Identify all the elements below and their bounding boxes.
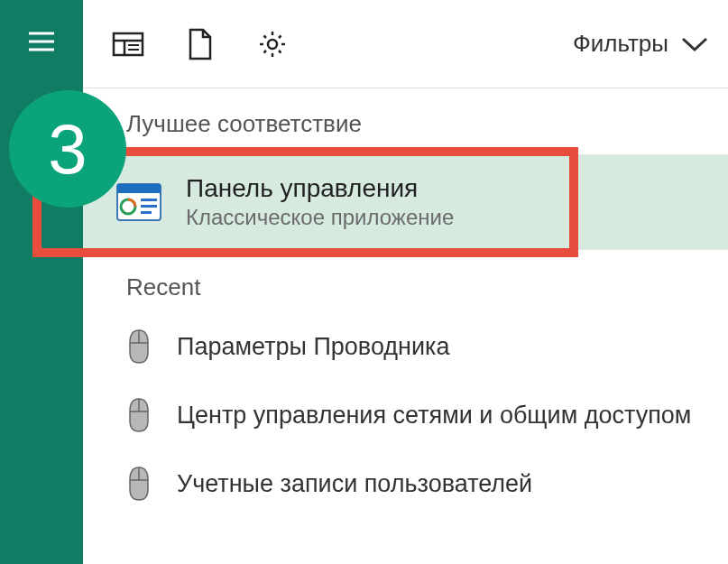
hamburger-icon — [25, 25, 58, 58]
apps-icon — [112, 30, 144, 59]
svg-rect-10 — [117, 184, 161, 193]
recent-item[interactable]: Учетные записи пользователей — [83, 449, 728, 518]
control-panel-icon — [115, 179, 162, 226]
sidebar — [0, 0, 83, 564]
apps-filter-button[interactable] — [92, 0, 164, 88]
search-results-window: Фильтры Лучшее соответствие — [0, 0, 728, 564]
filters-dropdown[interactable]: Фильтры — [573, 30, 710, 58]
svg-rect-12 — [141, 199, 157, 201]
best-match-item[interactable]: Панель управления Классическое приложени… — [83, 154, 728, 250]
recent-list: Параметры Проводника Центр управления се… — [83, 312, 728, 518]
recent-item-label: Центр управления сетями и общим доступом — [177, 399, 691, 431]
documents-filter-button[interactable] — [164, 0, 236, 88]
recent-item[interactable]: Параметры Проводника — [83, 312, 728, 381]
toolbar: Фильтры — [83, 0, 728, 88]
svg-point-8 — [268, 40, 277, 49]
best-match-subtitle: Классическое приложение — [186, 205, 454, 230]
svg-rect-13 — [141, 205, 157, 208]
recent-item-label: Параметры Проводника — [177, 330, 450, 363]
best-match-header: Лучшее соответствие — [83, 88, 728, 154]
hamburger-button[interactable] — [0, 0, 83, 83]
recent-item[interactable]: Центр управления сетями и общим доступом — [83, 381, 728, 449]
recent-header: Recent — [83, 250, 728, 312]
step-number-badge: 3 — [9, 90, 126, 208]
gear-icon — [256, 28, 289, 60]
mouse-icon — [126, 328, 152, 365]
toolbar-left — [92, 0, 309, 88]
settings-filter-button[interactable] — [236, 0, 309, 88]
mouse-icon — [126, 397, 152, 433]
recent-item-label: Учетные записи пользователей — [177, 467, 532, 500]
filters-label: Фильтры — [573, 30, 668, 58]
main-panel: Фильтры Лучшее соответствие — [83, 0, 728, 564]
mouse-icon — [126, 466, 152, 502]
document-icon — [187, 28, 214, 60]
best-match-title: Панель управления — [186, 174, 454, 203]
svg-rect-14 — [141, 211, 152, 214]
chevron-down-icon — [679, 35, 710, 53]
best-match-text: Панель управления Классическое приложени… — [186, 174, 454, 230]
